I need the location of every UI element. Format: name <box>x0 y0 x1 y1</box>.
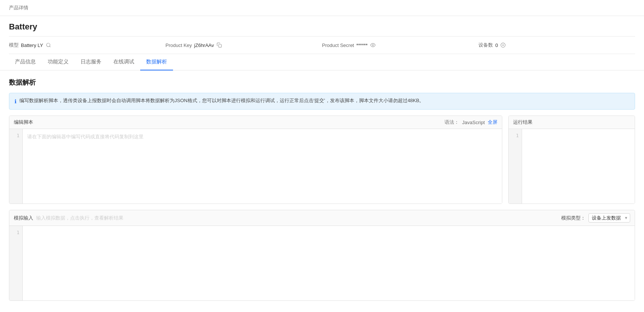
simulate-type-select[interactable]: 设备上发数据 平台下发数据 <box>588 213 630 223</box>
result-label: 运行结果 <box>513 119 533 126</box>
editor-layout: 编辑脚本 语法： JavaScript 全屏 1 请在下面的编辑器中编写代码或直… <box>9 116 635 204</box>
tab-feature-def[interactable]: 功能定义 <box>42 54 75 70</box>
product-secret-label: Product Secret <box>322 42 354 48</box>
product-key-label: Product Key <box>166 42 192 48</box>
syntax-label: 语法： <box>444 119 459 126</box>
editor-panel: 编辑脚本 语法： JavaScript 全屏 1 请在下面的编辑器中编写代码或直… <box>9 116 502 204</box>
tab-data-analysis[interactable]: 数据解析 <box>140 54 173 70</box>
simulate-header: 模拟输入 输入模拟数据，点击执行，查看解析结果 模拟类型： 设备上发数据 平台下… <box>9 210 635 226</box>
product-meta: 模型 Battery LY Product Key jZ6hrAAv Produ… <box>9 36 635 54</box>
device-count-label: 设备数 <box>478 42 493 48</box>
simulate-type-label: 模拟类型： <box>561 215 585 221</box>
info-text: 编写数据解析脚本，透传类设备上报数据时会自动调用脚本将数据解析为JSON格式，您… <box>19 97 424 105</box>
result-area: 1 <box>509 129 635 204</box>
editor-placeholder: 请在下面的编辑器中编写代码或直接将代码复制到这里 <box>27 132 497 142</box>
simulate-code-area: 1 <box>9 226 635 300</box>
product-header: Battery 模型 Battery LY Product Key jZ6hrA… <box>0 16 644 54</box>
tab-log-service[interactable]: 日志服务 <box>75 54 107 70</box>
add-device-icon[interactable] <box>500 42 506 48</box>
model-value: Battery LY <box>21 42 43 48</box>
tabs: 产品信息 功能定义 日志服务 在线调试 数据解析 <box>0 54 644 70</box>
editor-label: 编辑脚本 <box>14 119 33 126</box>
editor-line-numbers: 1 <box>9 129 23 204</box>
simulate-type-wrapper: 设备上发数据 平台下发数据 ▼ <box>588 213 630 223</box>
breadcrumb: 产品详情 <box>0 0 644 16</box>
editor-header-right: 语法： JavaScript 全屏 <box>444 119 497 126</box>
simulate-header-right: 模拟类型： 设备上发数据 平台下发数据 ▼ <box>561 213 630 223</box>
svg-point-3 <box>372 44 374 46</box>
model-search-icon[interactable] <box>45 42 51 48</box>
model-label: 模型 <box>9 42 19 48</box>
simulate-editor-input[interactable] <box>23 226 635 300</box>
product-title: Battery <box>9 22 635 32</box>
result-content <box>522 129 635 204</box>
device-count-value: 0 <box>495 42 498 48</box>
simulate-label: 模拟输入 <box>14 215 33 221</box>
device-count-meta: 设备数 0 <box>478 40 635 50</box>
tab-product-info[interactable]: 产品信息 <box>9 54 42 70</box>
product-key-value: jZ6hrAAv <box>194 42 214 48</box>
info-banner: ℹ 编写数据解析脚本，透传类设备上报数据时会自动调用脚本将数据解析为JSON格式… <box>9 93 635 110</box>
info-icon: ℹ <box>15 97 16 105</box>
simulate-placeholder: 输入模拟数据，点击执行，查看解析结果 <box>36 215 123 221</box>
product-key-meta: Product Key jZ6hrAAv <box>166 41 322 50</box>
editor-code-area: 1 请在下面的编辑器中编写代码或直接将代码复制到这里 <box>9 129 502 204</box>
copy-key-icon[interactable] <box>216 42 222 48</box>
toggle-secret-icon[interactable] <box>370 42 376 48</box>
result-line-numbers: 1 <box>509 129 522 204</box>
simulate-line-numbers: 1 <box>9 226 23 300</box>
product-secret-value: ****** <box>356 42 368 48</box>
simulate-header-left: 模拟输入 输入模拟数据，点击执行，查看解析结果 <box>14 215 123 221</box>
page-content: 数据解析 ℹ 编写数据解析脚本，透传类设备上报数据时会自动调用脚本将数据解析为J… <box>0 70 644 312</box>
editor-panel-header: 编辑脚本 语法： JavaScript 全屏 <box>9 116 502 129</box>
syntax-value: JavaScript <box>462 120 485 125</box>
svg-point-0 <box>46 43 50 47</box>
svg-rect-2 <box>219 44 222 47</box>
result-panel-header: 运行结果 <box>509 116 635 129</box>
product-secret-meta: Product Secret ****** <box>322 41 479 50</box>
svg-line-1 <box>49 46 50 47</box>
section-title: 数据解析 <box>9 78 635 87</box>
tab-online-debug[interactable]: 在线调试 <box>107 54 140 70</box>
model-meta: 模型 Battery LY <box>9 40 166 50</box>
result-panel: 运行结果 1 <box>508 116 635 204</box>
simulate-section: 模拟输入 输入模拟数据，点击执行，查看解析结果 模拟类型： 设备上发数据 平台下… <box>9 210 635 301</box>
code-editor-input[interactable]: 请在下面的编辑器中编写代码或直接将代码复制到这里 <box>23 129 502 204</box>
fullscreen-button[interactable]: 全屏 <box>488 119 497 126</box>
